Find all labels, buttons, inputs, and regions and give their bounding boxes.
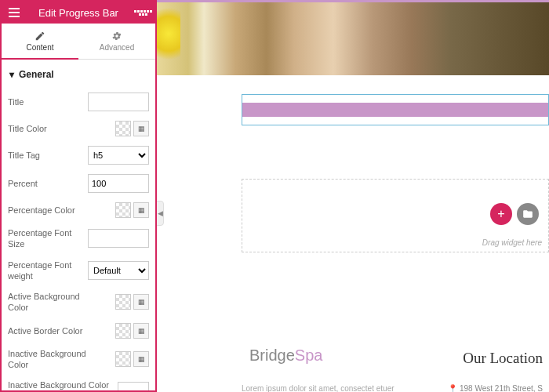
color-picker-button[interactable]: ▦ [133,202,149,218]
field-label: Inactive Background Color Transparency [8,379,118,390]
field-label: Inactive Background Color [8,348,88,371]
color-picker-button[interactable]: ▦ [133,323,149,339]
title-tag-select[interactable]: h5 [88,146,149,165]
caret-down-icon: ▾ [9,69,14,80]
color-swatch[interactable] [115,202,131,218]
color-picker-button[interactable]: ▦ [133,351,149,367]
color-picker-button[interactable]: ▦ [133,294,149,310]
sidebar-header: Edit Progress Bar [2,2,155,24]
menu-icon[interactable] [5,8,24,17]
pct-fontweight-select[interactable]: Default [88,261,149,280]
title-input[interactable] [88,93,149,111]
hero-image [157,0,549,75]
percent-input[interactable] [88,174,149,193]
gear-icon [111,31,122,42]
drop-zone[interactable]: + Drag widget here [242,179,549,252]
field-label: Percentage Color [8,205,88,216]
field-label: Active Border Color [8,325,88,336]
pencil-icon [35,31,45,42]
field-label: Percentage Font weight [8,260,88,282]
panel-title: Edit Progress Bar [24,7,133,19]
add-widget-button[interactable]: + [490,203,512,225]
settings-panel: ▾ General Title Title Color▦ Title Tagh5… [2,60,155,390]
editor-sidebar: Edit Progress Bar Content Advanced ▾ Gen… [0,0,157,392]
tab-advanced[interactable]: Advanced [78,24,155,59]
color-swatch[interactable] [115,294,131,310]
color-swatch[interactable] [115,323,131,339]
section-label: General [19,69,54,80]
section-general[interactable]: ▾ General [8,60,149,88]
brand-tagline: Lorem ipsum dolor sit amet, consectet et… [242,384,394,392]
color-picker-button[interactable]: ▦ [133,121,149,136]
tab-content[interactable]: Content [2,24,78,59]
field-label: Title Tag [8,150,88,161]
tab-label: Advanced [100,43,134,52]
folder-icon [522,209,533,220]
inactive-trans-input[interactable] [118,382,149,390]
location-heading: Our Location [463,350,543,367]
collapse-sidebar-icon[interactable]: ◀ [157,201,164,226]
field-label: Title [8,96,88,107]
field-label: Title Color [8,123,88,134]
widgets-grid-icon[interactable] [133,10,152,16]
color-swatch[interactable] [115,351,131,367]
field-label: Active Background Color [8,291,88,314]
progress-bar-widget[interactable] [242,94,549,125]
location-address: 📍 198 West 21th Street, S [448,384,543,392]
folder-button[interactable] [517,203,539,225]
preview-canvas: ◀ + Drag widget here BridgeSpa Lorem ips… [157,0,549,392]
color-swatch[interactable] [115,121,131,136]
drop-hint: Drag widget here [482,238,542,247]
pin-icon: 📍 [448,384,457,392]
tab-label: Content [26,43,53,52]
progress-bar-fill [242,103,548,117]
brand-logo: BridgeSpa [249,347,322,365]
pct-fontsize-input[interactable] [88,229,149,248]
field-label: Percentage Font Size [8,227,88,250]
tabs: Content Advanced [2,24,155,60]
field-label: Percent [8,178,88,189]
